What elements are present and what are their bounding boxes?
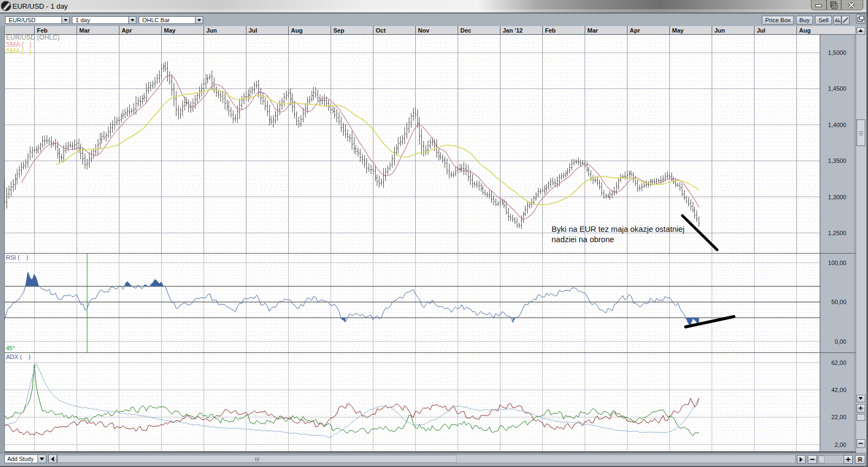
- svg-text:1,4500: 1,4500: [828, 85, 846, 92]
- svg-text:Apr: Apr: [630, 27, 641, 34]
- svg-text:Mar: Mar: [79, 27, 90, 34]
- svg-text:Nov: Nov: [418, 27, 430, 34]
- svg-text:Mar: Mar: [587, 27, 598, 34]
- svg-text:RSI ( ): RSI ( ): [6, 254, 28, 261]
- svg-text:Buy: Buy: [800, 17, 810, 23]
- svg-text:R: R: [858, 456, 863, 463]
- svg-text:1,3000: 1,3000: [828, 194, 846, 200]
- svg-text:100,00: 100,00: [828, 260, 846, 266]
- svg-text:Sell: Sell: [819, 17, 828, 23]
- svg-text:Aug: Aug: [799, 27, 810, 34]
- svg-text:Dec: Dec: [460, 27, 471, 34]
- svg-text:SMA ( ): SMA ( ): [6, 47, 31, 55]
- svg-text:Apr: Apr: [122, 27, 132, 34]
- svg-text:EUR/USD: EUR/USD: [9, 17, 36, 23]
- svg-text:nadziei na obrone: nadziei na obrone: [552, 235, 614, 244]
- svg-text:Jul: Jul: [249, 27, 257, 34]
- svg-text:50,00: 50,00: [831, 299, 846, 305]
- svg-text:Jun: Jun: [206, 27, 217, 34]
- svg-text:Jan '12: Jan '12: [503, 27, 523, 34]
- svg-text:62,00: 62,00: [831, 359, 846, 366]
- svg-text:Byki na EUR tez maja okazje os: Byki na EUR tez maja okazje ostatniej: [552, 225, 685, 234]
- svg-text:Feb: Feb: [37, 27, 48, 34]
- svg-text:Feb: Feb: [545, 27, 556, 34]
- svg-text:2,00: 2,00: [835, 441, 846, 448]
- svg-text:Sep: Sep: [333, 27, 344, 34]
- svg-text:Oct: Oct: [376, 27, 386, 34]
- svg-text:1 day: 1 day: [75, 17, 90, 23]
- svg-text:1,4000: 1,4000: [828, 122, 846, 128]
- svg-text:EUR/USD - 1 day: EUR/USD - 1 day: [12, 2, 68, 10]
- svg-text:Aug: Aug: [291, 27, 302, 34]
- svg-text:45°: 45°: [6, 345, 15, 351]
- svg-text:May: May: [164, 27, 176, 34]
- svg-text:Jul: Jul: [757, 27, 765, 34]
- svg-text:1,5000: 1,5000: [828, 49, 846, 56]
- svg-text:1,3500: 1,3500: [828, 157, 846, 164]
- svg-text:22,00: 22,00: [831, 414, 846, 420]
- svg-text:OHLC Bar: OHLC Bar: [142, 17, 170, 23]
- svg-text:1,2500: 1,2500: [828, 230, 846, 236]
- svg-text:Price Box: Price Box: [765, 17, 791, 23]
- svg-text:0,00: 0,00: [835, 338, 846, 345]
- svg-text:May: May: [672, 27, 684, 34]
- svg-text:42,00: 42,00: [831, 387, 846, 393]
- svg-text:Add Study: Add Study: [8, 456, 34, 462]
- svg-text:EUR/USD (OHLC): EUR/USD (OHLC): [6, 34, 60, 41]
- svg-text:Jun: Jun: [714, 27, 725, 34]
- svg-text:ADX ( ): ADX ( ): [6, 354, 30, 360]
